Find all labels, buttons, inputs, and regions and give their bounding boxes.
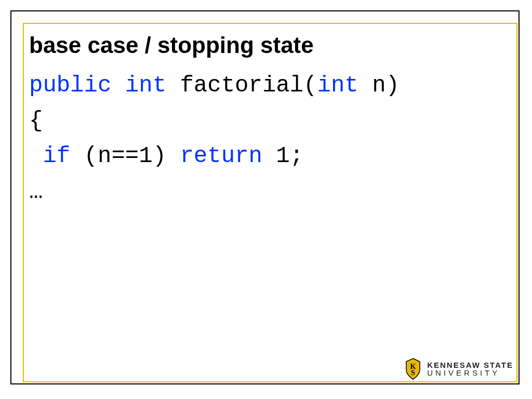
- code-ellipsis: …: [29, 179, 43, 205]
- svg-text:S: S: [411, 369, 415, 377]
- keyword-if: if: [43, 143, 70, 169]
- slide-content: base case / stopping state public int fa…: [29, 32, 507, 209]
- keyword-int: int: [125, 72, 166, 98]
- code-text: 1;: [262, 143, 303, 169]
- slide-title: base case / stopping state: [29, 32, 507, 58]
- code-block: public int factorial(int n) { if (n==1) …: [29, 68, 507, 209]
- logo-text-bottom: UNIVERSITY: [427, 369, 513, 377]
- code-text: [29, 143, 43, 169]
- logo-text: KENNESAW STATE UNIVERSITY: [427, 361, 513, 377]
- code-text: {: [29, 108, 43, 134]
- keyword-int: int: [317, 72, 358, 98]
- keyword-public: public: [29, 72, 111, 98]
- code-text: factorial(: [166, 72, 317, 98]
- university-logo: K S KENNESAW STATE UNIVERSITY: [404, 357, 513, 380]
- code-text: (n==1): [70, 143, 180, 169]
- code-text: n): [358, 72, 400, 98]
- logo-text-top: KENNESAW STATE: [427, 361, 513, 369]
- keyword-return: return: [180, 143, 262, 169]
- logo-mark-icon: K S: [404, 357, 422, 380]
